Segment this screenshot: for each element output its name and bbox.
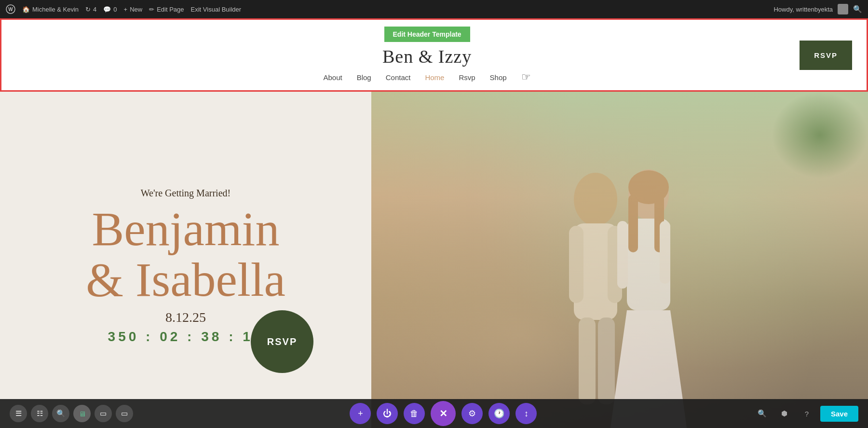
comments-button[interactable]: 💬 0 (103, 6, 117, 13)
name-line1: Benjamin (92, 202, 280, 256)
updates-button[interactable]: ↻ 4 (85, 6, 96, 13)
delete-button[interactable]: 🗑 (404, 403, 425, 424)
comments-count: 0 (113, 6, 117, 13)
nav-blog[interactable]: Blog (357, 73, 371, 82)
cursor-icon: ☞ (521, 71, 531, 83)
site-name-text: Michelle & Kevin (32, 6, 79, 13)
nav-contact[interactable]: Contact (386, 73, 411, 82)
save-button[interactable]: Save (820, 406, 858, 422)
updates-count: 4 (93, 6, 96, 13)
site-name-link[interactable]: 🏠 Michelle & Kevin (22, 6, 79, 13)
grid-view-button[interactable]: ☷ (31, 405, 48, 422)
svg-point-4 (574, 173, 617, 226)
main-content: We're Getting Married! Benjamin & Isabel… (0, 92, 868, 428)
close-button[interactable]: ✕ (431, 401, 456, 426)
howdy-text: Howdy, writtenbyekta (773, 6, 833, 13)
svg-rect-13 (628, 194, 638, 252)
rsvp-circle-button[interactable]: RSVP (251, 310, 313, 373)
countdown-timer: 350 : 02 : 38 : 16 (108, 329, 264, 345)
new-label: New (130, 6, 142, 13)
svg-text:W: W (8, 7, 13, 12)
site-header: Edit Header Template Ben & Izzy About Bl… (0, 18, 868, 92)
edit-page-button[interactable]: ✏ Edit Page (149, 6, 184, 13)
nav-rsvp[interactable]: Rsvp (459, 73, 475, 82)
wp-logo-button[interactable]: W (6, 4, 15, 14)
exit-builder-button[interactable]: Exit Visual Builder (191, 6, 242, 13)
hero-left-panel: We're Getting Married! Benjamin & Isabel… (0, 92, 371, 428)
reorder-button[interactable]: ↕ (515, 403, 537, 424)
header-rsvp-button[interactable]: RSVP (800, 41, 852, 70)
search-right-button[interactable]: 🔍 (754, 405, 771, 422)
bottom-toolbar: ☰ ☷ 🔍 🖥 ▭ ▭ + ⏻ 🗑 ✕ ⚙ 🕐 ↕ 🔍 ⬢ ? Save (0, 399, 868, 428)
tablet-view-button[interactable]: ▭ (95, 405, 112, 422)
settings-button[interactable]: ⚙ (461, 403, 483, 424)
add-module-button[interactable]: + (350, 403, 371, 424)
name-line2: & Isabella (86, 253, 285, 306)
svg-rect-17 (660, 221, 670, 284)
pencil-icon: ✏ (149, 6, 154, 13)
admin-bar-right: Howdy, writtenbyekta 🔍 (773, 4, 862, 14)
admin-bar-left: W 🏠 Michelle & Kevin ↻ 4 💬 0 + New ✏ Edi… (6, 4, 766, 14)
svg-rect-9 (598, 318, 615, 404)
power-button[interactable]: ⏻ (377, 403, 398, 424)
edit-header-template-button[interactable]: Edit Header Template (384, 27, 470, 42)
mobile-view-button[interactable]: ▭ (116, 405, 133, 422)
new-button[interactable]: + New (124, 6, 143, 13)
header-right: RSVP (800, 41, 852, 70)
menu-icon-button[interactable]: ☰ (10, 405, 27, 422)
hero-photo-panel (371, 92, 868, 428)
svg-rect-6 (569, 226, 583, 303)
comments-icon: 💬 (103, 6, 111, 13)
avatar (838, 4, 848, 14)
toolbar-center-buttons: + ⏻ 🗑 ✕ ⚙ 🕐 ↕ (350, 401, 537, 426)
nav-home[interactable]: Home (425, 73, 444, 82)
plus-icon: + (124, 6, 128, 13)
couple-name: Benjamin & Isabella (86, 204, 285, 305)
wedding-date: 8.12.25 (165, 310, 206, 325)
admin-search-icon[interactable]: 🔍 (853, 5, 862, 14)
header-center: Edit Header Template Ben & Izzy About Bl… (323, 27, 530, 83)
toolbar-right-icons: 🔍 ⬢ ? Save (754, 405, 858, 422)
nav-shop[interactable]: Shop (490, 73, 507, 82)
exit-builder-label: Exit Visual Builder (191, 6, 242, 13)
site-icon: 🏠 (22, 6, 30, 13)
svg-rect-8 (579, 318, 596, 404)
toolbar-left-icons: ☰ ☷ 🔍 🖥 ▭ ▭ (10, 405, 133, 422)
layers-button[interactable]: ⬢ (776, 405, 793, 422)
svg-rect-16 (617, 221, 628, 289)
site-nav: About Blog Contact Home Rsvp Shop ☞ (323, 71, 530, 83)
couple-illustration (499, 151, 740, 428)
admin-bar: W 🏠 Michelle & Kevin ↻ 4 💬 0 + New ✏ Edi… (0, 0, 868, 18)
getting-married-text: We're Getting Married! (141, 188, 231, 199)
edit-page-label: Edit Page (157, 6, 184, 13)
desktop-view-button[interactable]: 🖥 (73, 405, 91, 422)
nav-about[interactable]: About (323, 73, 342, 82)
help-button[interactable]: ? (798, 405, 815, 422)
history-button[interactable]: 🕐 (488, 403, 510, 424)
updates-icon: ↻ (85, 6, 91, 13)
search-toolbar-button[interactable]: 🔍 (52, 405, 69, 422)
site-title: Ben & Izzy (382, 46, 472, 67)
